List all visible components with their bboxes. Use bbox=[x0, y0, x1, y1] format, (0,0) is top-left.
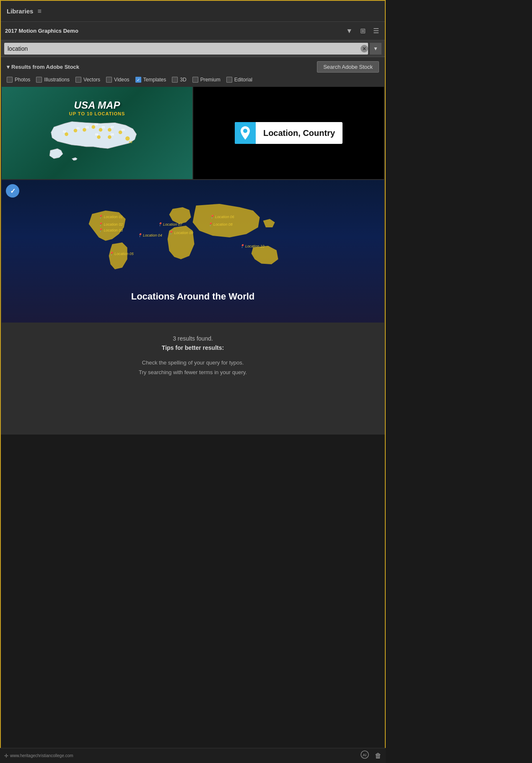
filter-premium[interactable]: Premium bbox=[192, 77, 221, 83]
filter-vectors-checkbox[interactable] bbox=[75, 77, 81, 83]
results-toggle-icon: ▾ bbox=[7, 64, 10, 70]
svg-text:📍 Location 10: 📍 Location 10 bbox=[239, 244, 265, 249]
search-clear-btn[interactable]: × bbox=[361, 45, 368, 52]
filter-videos-checkbox[interactable] bbox=[106, 77, 112, 83]
svg-text:📍 Location 01: 📍 Location 01 bbox=[98, 214, 123, 219]
svg-text:📍 Location 08: 📍 Location 08 bbox=[208, 222, 233, 227]
usa-map-svg: 01 04 03 02 05 07 06 08 09 bbox=[16, 116, 178, 167]
search-input[interactable] bbox=[4, 43, 368, 55]
bottom-url: ✛ www.heritagechristiancollege.com bbox=[4, 753, 361, 759]
svg-text:📍 Location 02: 📍 Location 02 bbox=[98, 222, 123, 227]
location-pin-icon bbox=[240, 126, 251, 140]
search-stock-btn[interactable]: Search Adobe Stock bbox=[317, 61, 379, 73]
svg-text:07: 07 bbox=[111, 126, 114, 129]
svg-text:📍 Location 03: 📍 Location 03 bbox=[98, 228, 123, 233]
svg-text:03: 03 bbox=[86, 126, 89, 129]
result-card-location-country[interactable]: Location, Country bbox=[193, 87, 384, 179]
adobe-icon[interactable]: Ai bbox=[361, 750, 369, 761]
filter-photos-label: Photos bbox=[15, 77, 30, 83]
filter-3d[interactable]: 3D bbox=[172, 77, 186, 83]
library-bar: 2017 Motion Graphics Demo ▼ ⊞ ☰ bbox=[1, 22, 385, 40]
svg-text:10: 10 bbox=[129, 140, 132, 144]
svg-text:📍 Location 07: 📍 Location 07 bbox=[157, 222, 183, 227]
filter-templates-checkbox[interactable] bbox=[135, 77, 141, 83]
location-pin-box bbox=[235, 122, 256, 144]
results-tip2: Try searching with fewer terms in your q… bbox=[9, 367, 376, 377]
world-map-svg: 📍 Location 01 📍 Location 02 📍 Location 0… bbox=[30, 201, 355, 284]
cursor-icon: ✛ bbox=[4, 753, 8, 759]
filter-premium-checkbox[interactable] bbox=[192, 77, 198, 83]
results-info: 3 results found. Tips for better results… bbox=[1, 323, 385, 389]
svg-text:📍 Location 06: 📍 Location 06 bbox=[209, 214, 234, 219]
filter-premium-label: Premium bbox=[200, 77, 221, 83]
location-country-text: Location, Country bbox=[256, 128, 343, 138]
results-grid: USA MAP UP TO 10 LOCATIONS 01 04 bbox=[1, 87, 385, 179]
filter-vectors-label: Vectors bbox=[83, 77, 100, 83]
filter-editorial[interactable]: Editorial bbox=[226, 77, 252, 83]
usa-map-subtitle: UP TO 10 LOCATIONS bbox=[69, 111, 125, 116]
results-count: 3 results found. bbox=[9, 335, 376, 342]
svg-text:Ai: Ai bbox=[363, 753, 366, 757]
filter-row: Photos Illustrations Vectors Videos Temp… bbox=[1, 75, 385, 87]
svg-text:09: 09 bbox=[122, 128, 125, 131]
world-map-title: Locations Around the World bbox=[131, 291, 255, 302]
results-tips-title: Tips for better results: bbox=[9, 344, 376, 351]
url-text: www.heritagechristiancollege.com bbox=[10, 753, 73, 758]
svg-text:06: 06 bbox=[95, 133, 99, 136]
filter-templates[interactable]: Templates bbox=[135, 77, 166, 83]
svg-text:05: 05 bbox=[102, 126, 105, 129]
list-view-btn[interactable]: ☰ bbox=[371, 25, 381, 36]
filter-editorial-label: Editorial bbox=[234, 77, 252, 83]
svg-text:08: 08 bbox=[111, 133, 114, 136]
svg-text:📍 Location 09: 📍 Location 09 bbox=[168, 230, 193, 235]
results-header: ▾ Results from Adobe Stock Search Adobe … bbox=[1, 57, 385, 75]
search-bar: × ▼ bbox=[1, 40, 385, 57]
filter-editorial-checkbox[interactable] bbox=[226, 77, 232, 83]
filter-photos[interactable]: Photos bbox=[7, 77, 30, 83]
bottom-bar: ✛ www.heritagechristiancollege.com Ai 🗑 bbox=[0, 748, 386, 763]
svg-text:📍 Location 04: 📍 Location 04 bbox=[137, 233, 162, 238]
filter-vectors[interactable]: Vectors bbox=[75, 77, 100, 83]
filter-illustrations-checkbox[interactable] bbox=[36, 77, 42, 83]
filter-3d-label: 3D bbox=[180, 77, 186, 83]
svg-text:01: 01 bbox=[77, 127, 80, 130]
main-panel: ▾ Results from Adobe Stock Search Adobe … bbox=[1, 57, 385, 435]
results-header-label: Results from Adobe Stock bbox=[11, 64, 79, 70]
filter-3d-checkbox[interactable] bbox=[172, 77, 178, 83]
library-name: 2017 Motion Graphics Demo bbox=[5, 28, 344, 34]
library-bar-icons: ▼ ⊞ ☰ bbox=[344, 25, 381, 36]
search-dropdown-btn[interactable]: ▼ bbox=[370, 43, 381, 55]
filter-photos-checkbox[interactable] bbox=[7, 77, 13, 83]
location-country-box: Location, Country bbox=[235, 122, 343, 144]
svg-text:04: 04 bbox=[95, 123, 98, 126]
app-header: Libraries ≡ bbox=[1, 1, 385, 22]
results-toggle[interactable]: ▾ Results from Adobe Stock bbox=[7, 64, 79, 70]
grid-view-btn[interactable]: ⊞ bbox=[358, 25, 367, 36]
svg-text:📍 Location 05: 📍 Location 05 bbox=[109, 251, 134, 256]
result-card-usa-map[interactable]: USA MAP UP TO 10 LOCATIONS 01 04 bbox=[2, 87, 192, 179]
library-dropdown-btn[interactable]: ▼ bbox=[344, 26, 354, 36]
bottom-icons: Ai 🗑 bbox=[361, 750, 381, 761]
menu-icon[interactable]: ≡ bbox=[37, 8, 41, 15]
results-tip1: Check the spelling of your query for typ… bbox=[9, 358, 376, 367]
usa-map-title: USA MAP bbox=[74, 99, 120, 111]
svg-text:02: 02 bbox=[63, 130, 66, 133]
svg-point-21 bbox=[243, 129, 247, 133]
filter-illustrations-label: Illustrations bbox=[44, 77, 70, 83]
selected-badge bbox=[6, 184, 19, 198]
trash-icon[interactable]: 🗑 bbox=[375, 752, 381, 760]
app-title: Libraries bbox=[7, 8, 33, 15]
filter-videos[interactable]: Videos bbox=[106, 77, 129, 83]
filter-templates-label: Templates bbox=[143, 77, 166, 83]
filter-illustrations[interactable]: Illustrations bbox=[36, 77, 70, 83]
filter-videos-label: Videos bbox=[114, 77, 129, 83]
result-card-world-map[interactable]: 📍 Location 01 📍 Location 02 📍 Location 0… bbox=[2, 180, 384, 323]
